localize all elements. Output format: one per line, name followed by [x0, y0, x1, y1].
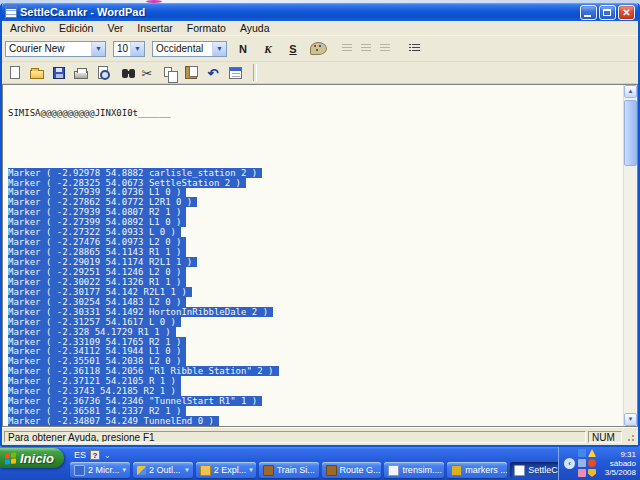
outlook-icon [137, 466, 146, 475]
save-button[interactable] [51, 65, 67, 80]
open-icon [30, 70, 44, 79]
menu-item-ayuda[interactable]: Ayuda [233, 22, 277, 34]
menu-item-archivo[interactable]: Archivo [3, 22, 52, 34]
charset-select[interactable]: Occidental ▼ [152, 41, 227, 57]
start-button[interactable]: Inicio [0, 448, 64, 468]
undo-icon [208, 64, 219, 82]
taskbar-button-2expl[interactable]: 2 Expl...▾ [196, 462, 256, 478]
clock[interactable]: 9:31 sábado 3/5/2008 [600, 450, 636, 477]
cut-button[interactable] [139, 65, 155, 80]
align-right-button[interactable] [376, 41, 393, 56]
find-button[interactable] [117, 65, 133, 80]
font-family-select[interactable]: Courier New ▼ [5, 41, 106, 57]
tray-messenger-icon[interactable] [578, 469, 586, 477]
toolbar-band-divider [253, 64, 257, 81]
font-size-select[interactable]: 10 ▼ [113, 41, 145, 57]
scrollbar-thumb[interactable] [624, 100, 637, 166]
document-text[interactable]: SIMISA@@@@@@@@@@JINX0I0t______ Marker ( … [3, 85, 624, 426]
minimize-icon [584, 15, 591, 17]
print-button[interactable] [73, 65, 89, 80]
bullets-button[interactable] [406, 41, 423, 56]
tray-warning-icon[interactable] [588, 449, 596, 457]
language-options-chevron-icon[interactable]: ⌄ [104, 451, 111, 460]
menu-item-formato[interactable]: Formato [180, 22, 233, 34]
italic-button[interactable]: K [259, 40, 277, 57]
tray-collapse-icon[interactable]: ‹ [564, 458, 575, 469]
menu-item-ver[interactable]: Ver [100, 22, 130, 34]
taskbar-button-2micr[interactable]: 2 Micr...▾ [70, 462, 130, 478]
taskbar-button-trainsi[interactable]: Train Si... [259, 462, 319, 478]
wordpad-icon [514, 465, 525, 476]
taskbar-button-label: Route G... [340, 465, 381, 475]
insert-datetime-button[interactable] [227, 65, 243, 80]
menu-item-insertar[interactable]: Insertar [130, 22, 180, 34]
close-button[interactable]: ✕ [618, 5, 635, 20]
charset-value: Occidental [156, 43, 203, 54]
tray-security-shield-icon[interactable] [588, 469, 596, 477]
alignment-buttons [338, 41, 393, 56]
tray-antivirus-icon[interactable] [588, 459, 596, 467]
wordpad-icon [5, 6, 17, 18]
tray-network-icon[interactable] [578, 449, 586, 457]
maximize-icon [603, 9, 611, 16]
title-bar[interactable]: SettleCa.mkr - WordPad ✕ [2, 3, 638, 21]
taskbar-button-trensim[interactable]: trensim.... [384, 462, 444, 478]
language-indicator[interactable]: ES [74, 450, 86, 460]
resize-grip[interactable] [624, 431, 636, 443]
window-title: SettleCa.mkr - WordPad [20, 6, 577, 18]
taskbar-button-2outl[interactable]: 2 Outl...▾ [133, 462, 193, 478]
taskbar: Inicio ES ? ⌄ 2 Micr...▾2 Outl...▾2 Expl… [0, 447, 640, 480]
train-icon [326, 465, 337, 476]
chevron-down-icon[interactable]: ▼ [91, 42, 105, 56]
font-color-button[interactable] [309, 40, 327, 57]
chevron-down-icon[interactable]: ▼ [130, 42, 144, 56]
language-help-icon[interactable]: ? [90, 450, 100, 460]
print-icon [74, 71, 88, 79]
taskbar-button-label: 2 Outl... [149, 465, 181, 475]
font-size-value: 10 [117, 43, 128, 54]
copy-button[interactable] [161, 65, 177, 80]
taskbar-button-routeg[interactable]: Route G... [322, 462, 382, 478]
clock-time: 9:31 [600, 450, 636, 459]
scroll-up-icon[interactable]: ▲ [624, 85, 637, 98]
insert-datetime-icon [229, 67, 242, 79]
language-bar[interactable]: ES ? ⌄ [74, 449, 111, 461]
close-icon: ✕ [619, 6, 634, 19]
wordpad-window: SettleCa.mkr - WordPad ✕ ArchivoEdiciónV… [0, 3, 640, 447]
status-message: Para obtener Ayuda, presione F1 [4, 431, 586, 443]
new-document-button[interactable] [7, 65, 23, 80]
copy-icon [164, 67, 172, 77]
bold-button[interactable]: N [234, 40, 252, 57]
print-preview-button[interactable] [95, 65, 111, 80]
align-center-button[interactable] [357, 41, 374, 56]
document-blank-line[interactable] [8, 139, 624, 149]
menu-item-edicion[interactable]: Edición [52, 22, 100, 34]
document-header-line[interactable]: SIMISA@@@@@@@@@@JINX0I0t______ [8, 109, 624, 119]
paste-button[interactable] [183, 65, 199, 80]
word-icon [74, 465, 85, 476]
maximize-button[interactable] [599, 5, 616, 20]
vertical-scrollbar[interactable]: ▲ ▼ [623, 85, 637, 426]
minimize-button[interactable] [580, 5, 597, 20]
clock-day: sábado [600, 459, 636, 468]
font-family-value: Courier New [9, 43, 65, 54]
document-lines: Marker ( -2.92978 54.8882 carlisle_stati… [8, 169, 624, 426]
tray-display-icon[interactable] [578, 459, 586, 467]
taskbar-button-markers[interactable]: markers ... [447, 462, 507, 478]
document-area: SIMISA@@@@@@@@@@JINX0I0t______ Marker ( … [2, 84, 638, 427]
taskbar-button-label: trensim.... [402, 465, 442, 475]
undo-button[interactable] [205, 65, 221, 80]
taskbar-button-label: 2 Micr... [88, 465, 120, 475]
align-left-button[interactable] [338, 41, 355, 56]
open-button[interactable] [29, 65, 45, 80]
align-right-icon [380, 44, 390, 53]
document-line[interactable]: Marker ( -2.34807 54.249 TunnelEnd 0 ) [8, 417, 624, 426]
folder-icon [200, 465, 211, 476]
chevron-down-icon[interactable]: ▼ [212, 42, 226, 56]
cut-icon [142, 64, 153, 82]
scroll-down-icon[interactable]: ▼ [624, 413, 637, 426]
underline-button[interactable]: S [284, 40, 302, 57]
num-lock-indicator: NUM [588, 431, 622, 443]
find-icon [122, 69, 128, 78]
save-icon [53, 67, 65, 79]
